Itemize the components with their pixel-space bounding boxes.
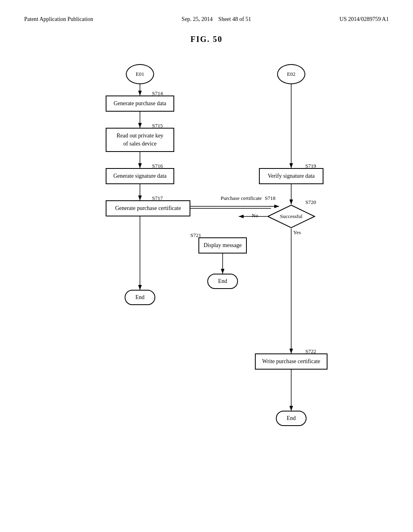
label-s718: Purchase certificate S718	[221, 195, 275, 202]
box-s714: Generate purchase data	[106, 96, 174, 112]
publication-label: Patent Application Publication	[24, 16, 93, 22]
box-s717: Generate purchase certificate	[106, 200, 190, 216]
header-center: Sep. 25, 2014 Sheet 48 of 51	[181, 16, 251, 23]
flowchart-diagram: E01 E02 S714 Generate purchase data S715…	[65, 60, 348, 483]
sheet-label: Sheet 48 of 51	[218, 16, 251, 22]
node-end1: End	[125, 290, 155, 305]
box-s722: Write purchase certificate	[255, 353, 327, 370]
patent-label: US 2014/0289759 A1	[340, 16, 389, 22]
box-s716: Generate signature data	[106, 168, 174, 184]
page-header: Patent Application Publication Sep. 25, …	[24, 16, 389, 23]
date-label: Sep. 25, 2014	[181, 16, 213, 22]
diamond-s720: Successful	[267, 204, 315, 229]
header-left: Patent Application Publication	[24, 16, 93, 23]
box-s715: Read out private key of sales device	[106, 128, 174, 152]
page: Patent Application Publication Sep. 25, …	[0, 0, 413, 532]
node-end2: End	[207, 274, 238, 289]
figure-title: FIG. 50	[24, 35, 389, 44]
node-end3: End	[276, 411, 307, 426]
diamond-label: Successful	[280, 213, 302, 220]
header-right: US 2014/0289759 A1	[340, 16, 389, 23]
label-yes: Yes	[293, 229, 301, 236]
box-s721: Display message	[198, 237, 247, 254]
node-e01: E01	[126, 64, 154, 84]
node-e02: E02	[277, 64, 305, 84]
label-no: No	[252, 212, 258, 219]
box-s719: Verify signature data	[259, 168, 323, 184]
